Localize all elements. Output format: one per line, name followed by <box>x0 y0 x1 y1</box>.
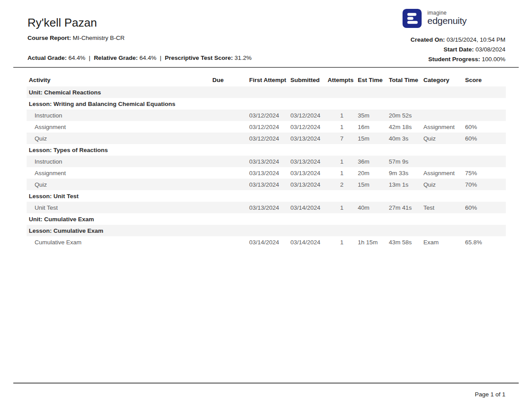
cell-total-time: 27m 41s <box>388 202 422 213</box>
lesson-label: Lesson: Types of Reactions <box>27 144 506 156</box>
cell-first-attempt: 03/13/2024 <box>248 202 289 213</box>
cell-first-attempt: 03/12/2024 <box>248 121 289 133</box>
cell-score: 60% <box>464 121 506 133</box>
cell-due <box>211 236 248 248</box>
cell-activity: Quiz <box>27 133 211 144</box>
cell-due <box>211 179 248 190</box>
course-report-line: Course Report: MI-Chemistry B-CR <box>27 35 125 41</box>
cell-est-time: 16m <box>357 121 388 133</box>
cell-score: 70% <box>464 179 506 190</box>
created-on-label: Created On: <box>411 36 445 43</box>
report-meta: Created On: 03/15/2024, 10:54 PM Start D… <box>411 35 505 64</box>
column-header-first-attempt: First Attempt <box>248 73 289 86</box>
cell-first-attempt: 03/14/2024 <box>248 236 289 248</box>
cell-total-time: 9m 33s <box>388 167 422 179</box>
cell-first-attempt: 03/13/2024 <box>248 156 289 167</box>
cell-submitted: 03/14/2024 <box>289 236 327 248</box>
page-number: Page 1 of 1 <box>475 391 505 398</box>
cell-first-attempt: 03/13/2024 <box>248 179 289 190</box>
edgenuity-logo-icon <box>403 9 422 30</box>
table-header-row: Activity Due First Attempt Submitted Att… <box>27 73 506 86</box>
cell-activity: Quiz <box>27 179 211 190</box>
start-date-value: 03/08/2024 <box>475 46 505 53</box>
activity-row: Instruction03/12/202403/12/2024135m20m 5… <box>27 110 506 121</box>
lesson-row: Lesson: Unit Test <box>27 190 506 202</box>
cell-est-time: 1h 15m <box>357 236 388 248</box>
unit-row: Unit: Cumulative Exam <box>27 213 506 225</box>
cell-est-time: 15m <box>357 133 388 144</box>
cell-total-time: 13m 1s <box>388 179 422 190</box>
cell-submitted: 03/12/2024 <box>289 110 327 121</box>
cell-total-time: 43m 58s <box>388 236 422 248</box>
activity-row: Assignment03/13/202403/13/2024120m9m 33s… <box>27 167 506 179</box>
column-header-due: Due <box>211 73 248 86</box>
cell-category: Exam <box>422 236 464 248</box>
cell-attempts: 1 <box>327 110 357 121</box>
student-progress-value: 100.00% <box>482 56 505 63</box>
start-date-line: Start Date: 03/08/2024 <box>411 45 505 55</box>
cell-attempts: 2 <box>327 179 357 190</box>
lesson-label: Lesson: Cumulative Exam <box>27 225 506 236</box>
cell-activity: Unit Test <box>27 202 211 213</box>
cell-attempts: 1 <box>327 156 357 167</box>
cell-attempts: 1 <box>327 167 357 179</box>
cell-category: Test <box>422 202 464 213</box>
cell-category: Assignment <box>422 121 464 133</box>
cell-due <box>211 156 248 167</box>
cell-activity: Cumulative Exam <box>27 236 211 248</box>
column-header-attempts: Attempts <box>327 73 357 86</box>
brand-logo: imagine edgenuity <box>403 9 466 30</box>
cell-est-time: 20m <box>357 167 388 179</box>
column-header-score: Score <box>464 73 506 86</box>
activity-row: Unit Test03/13/202403/14/2024140m27m 41s… <box>27 202 506 213</box>
created-on-line: Created On: 03/15/2024, 10:54 PM <box>411 35 505 45</box>
activity-row: Assignment03/12/202403/12/2024116m42m 18… <box>27 121 506 133</box>
cell-submitted: 03/13/2024 <box>289 167 327 179</box>
column-header-submitted: Submitted <box>289 73 327 86</box>
activity-row: Instruction03/13/202403/13/2024136m57m 9… <box>27 156 506 167</box>
cell-score: 65.8% <box>464 236 506 248</box>
brand-edgenuity-text: edgenuity <box>427 16 466 26</box>
cell-attempts: 1 <box>327 202 357 213</box>
cell-attempts: 1 <box>327 121 357 133</box>
cell-score: 60% <box>464 202 506 213</box>
cell-score: 60% <box>464 133 506 144</box>
activity-row: Quiz03/13/202403/13/2024215m13m 1sQuiz70… <box>27 179 506 190</box>
header-divider <box>13 67 519 68</box>
cell-activity: Assignment <box>27 167 211 179</box>
start-date-label: Start Date: <box>443 46 473 53</box>
course-report-value: MI-Chemistry B-CR <box>73 35 125 41</box>
cell-total-time: 57m 9s <box>388 156 422 167</box>
brand-imagine-text: imagine <box>427 10 466 16</box>
course-report-page: Ry'kell Pazan Course Report: MI-Chemistr… <box>0 0 532 411</box>
activity-row: Cumulative Exam03/14/202403/14/202411h 1… <box>27 236 506 248</box>
column-header-activity: Activity <box>27 73 211 86</box>
cell-category <box>422 110 464 121</box>
actual-grade-value: 64.4% <box>68 55 85 61</box>
relative-grade-label: Relative Grade: <box>94 55 138 61</box>
lesson-row: Lesson: Types of Reactions <box>27 144 506 156</box>
cell-submitted: 03/13/2024 <box>289 179 327 190</box>
student-progress-line: Student Progress: 100.00% <box>411 55 505 64</box>
separator: | <box>87 55 92 61</box>
cell-total-time: 20m 52s <box>388 110 422 121</box>
cell-total-time: 40m 3s <box>388 133 422 144</box>
cell-submitted: 03/14/2024 <box>289 202 327 213</box>
unit-label: Unit: Chemical Reactions <box>27 86 506 98</box>
cell-attempts: 1 <box>327 236 357 248</box>
cell-submitted: 03/13/2024 <box>289 133 327 144</box>
cell-due <box>211 202 248 213</box>
report-table-body: Unit: Chemical ReactionsLesson: Writing … <box>27 86 506 248</box>
cell-est-time: 40m <box>357 202 388 213</box>
page-title: Ry'kell Pazan <box>27 16 97 30</box>
cell-total-time: 42m 18s <box>388 121 422 133</box>
lesson-label: Lesson: Writing and Balancing Chemical E… <box>27 98 506 110</box>
course-report-label: Course Report: <box>27 35 71 41</box>
cell-submitted: 03/12/2024 <box>289 121 327 133</box>
cell-category: Quiz <box>422 133 464 144</box>
activity-report-table: Activity Due First Attempt Submitted Att… <box>27 73 506 248</box>
cell-category: Quiz <box>422 179 464 190</box>
activity-row: Quiz03/12/202403/13/2024715m40m 3sQuiz60… <box>27 133 506 144</box>
cell-score <box>464 156 506 167</box>
cell-first-attempt: 03/12/2024 <box>248 133 289 144</box>
